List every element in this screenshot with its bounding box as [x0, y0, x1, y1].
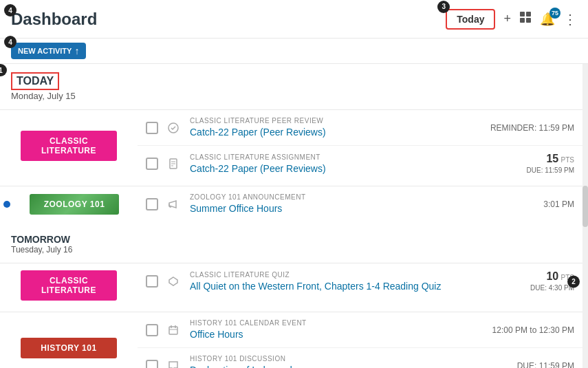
item-title-link[interactable]: Catch-22 Paper (Peer Reviews): [190, 127, 326, 138]
annotation-1: 1: [0, 64, 7, 76]
notification-badge: 75: [549, 8, 560, 19]
table-row: HISTORY 101 CALENDAR EVENT Office Hours …: [138, 312, 582, 348]
table-row: CLASSIC LITERATURE QUIZ All Quiet on the…: [138, 263, 582, 299]
unread-dot: [3, 201, 10, 208]
item-title-link[interactable]: Office Hours: [190, 329, 243, 340]
item-content: CLASSIC LITERATURE PEER REVIEW Catch-22 …: [190, 117, 478, 138]
new-activity-button[interactable]: 4 NEW ACTIVITY ↑: [11, 43, 86, 59]
course-label-col: HISTORY 101: [0, 312, 138, 368]
item-checkbox[interactable]: [146, 275, 158, 288]
annotation-4: 4: [4, 4, 17, 17]
classic-lit-items-tomorrow: CLASSIC LITERATURE QUIZ All Quiet on the…: [138, 263, 582, 307]
classic-literature-label-2: CLASSIC LITERATURE: [21, 270, 117, 301]
item-checkbox[interactable]: [146, 122, 158, 134]
item-content: HISTORY 101 DISCUSSION Declaration of In…: [190, 355, 478, 368]
scrollbar-thumb[interactable]: [582, 186, 588, 227]
annotation-4b: 4: [4, 36, 17, 48]
tomorrow-date: Tuesday, July 16: [11, 245, 571, 255]
tomorrow-section: TOMORROW Tuesday, July 16: [0, 224, 582, 259]
blue-dot-col: [0, 186, 11, 221]
item-content: HISTORY 101 CALENDAR EVENT Office Hours: [190, 319, 478, 340]
tomorrow-label: TOMORROW: [11, 234, 571, 245]
annotation-2: 2: [567, 275, 580, 288]
item-category: HISTORY 101 DISCUSSION: [190, 355, 478, 362]
table-row: CLASSIC LITERATURE PEER REVIEW Catch-22 …: [138, 110, 582, 146]
item-meta: 12:00 PM to 12:30 PM: [478, 325, 574, 335]
quiz-icon: [165, 273, 182, 290]
item-meta: 10 PTS DUE: 4:30 PM: [478, 270, 574, 292]
item-title-link[interactable]: All Quiet on the Western Front, Chapters…: [190, 281, 441, 292]
notifications-icon[interactable]: 🔔 75: [540, 12, 555, 27]
item-content: CLASSIC LITERATURE ASSIGNMENT Catch-22 P…: [190, 153, 478, 175]
zoology-item-row: ZOOLOGY 101 ANNOUNCEMENT Summer Office H…: [138, 186, 582, 221]
svg-marker-9: [169, 277, 177, 285]
today-label: TODAY: [17, 75, 54, 87]
course-label-col: CLASSIC LITERATURE: [0, 263, 138, 307]
item-checkbox[interactable]: [146, 324, 158, 336]
scrollbar-track[interactable]: [582, 64, 588, 368]
due-label: DUE: 11:59 PM: [527, 166, 574, 174]
add-icon[interactable]: +: [503, 12, 511, 26]
item-content: CLASSIC LITERATURE QUIZ All Quiet on the…: [190, 271, 478, 292]
annotation-2-arrow: 2 →: [567, 274, 582, 290]
history-101-label: HISTORY 101: [21, 338, 117, 358]
svg-rect-10: [169, 327, 177, 334]
item-checkbox[interactable]: [146, 198, 158, 210]
item-meta: 3:01 PM: [478, 199, 574, 209]
course-label-col: CLASSIC LITERATURE: [0, 110, 138, 182]
item-category: CLASSIC LITERATURE QUIZ: [190, 271, 478, 279]
classic-lit-items: CLASSIC LITERATURE PEER REVIEW Catch-22 …: [138, 110, 582, 182]
annotation-3: 3: [437, 1, 450, 13]
item-category: CLASSIC LITERATURE PEER REVIEW: [190, 117, 478, 125]
dashboard-title: Dashboard: [11, 10, 446, 29]
assignment-icon: [165, 155, 182, 172]
item-meta: REMINDER: 11:59 PM: [478, 123, 574, 133]
classic-literature-label: CLASSIC LITERATURE: [21, 131, 117, 161]
today-date: Monday, July 15: [11, 91, 571, 101]
item-meta: 15 PTS DUE: 11:59 PM: [478, 153, 574, 175]
discussion-icon: [165, 358, 182, 369]
history-101-items: HISTORY 101 CALENDAR EVENT Office Hours …: [138, 312, 582, 368]
pts-value: 10: [546, 270, 558, 282]
today-button[interactable]: 3 Today: [446, 9, 495, 30]
zoology-group: ZOOLOGY 101 ZOOLOGY 101 ANNOUNCEMENT Sum…: [0, 186, 582, 221]
item-title-link[interactable]: Catch-22 Paper (Peer Reviews): [190, 163, 326, 174]
svg-rect-2: [520, 18, 525, 23]
course-group-history-101: HISTORY 101 HISTORY 101 CALENDAR EVENT O…: [0, 312, 582, 368]
calendar-icon: [165, 322, 182, 338]
item-title-link[interactable]: Declaration of Independence: [190, 365, 313, 368]
item-title-link[interactable]: Summer Office Hours: [190, 203, 282, 214]
svg-rect-1: [526, 12, 531, 17]
item-checkbox[interactable]: [146, 360, 158, 369]
course-group-classic-lit-today: CLASSIC LITERATURE CLASSIC LITERATURE PE…: [0, 109, 582, 182]
peer-review-icon: [165, 120, 182, 136]
zoology-label: ZOOLOGY 101: [30, 194, 119, 215]
grid-icon[interactable]: [519, 11, 532, 27]
item-content: ZOOLOGY 101 ANNOUNCEMENT Summer Office H…: [190, 193, 478, 215]
course-group-classic-lit-tomorrow: CLASSIC LITERATURE CLASSIC LITERATURE QU…: [0, 263, 582, 307]
announcement-icon: [165, 196, 182, 213]
item-category: HISTORY 101 CALENDAR EVENT: [190, 319, 478, 327]
more-options-icon[interactable]: ⋮: [563, 11, 577, 28]
table-row: CLASSIC LITERATURE ASSIGNMENT Catch-22 P…: [138, 146, 582, 182]
item-meta: DUE: 11:59 PM: [478, 361, 574, 369]
svg-rect-0: [520, 12, 525, 17]
table-row: HISTORY 101 DISCUSSION Declaration of In…: [138, 348, 582, 368]
item-category: ZOOLOGY 101 ANNOUNCEMENT: [190, 193, 478, 201]
pts-value: 15: [546, 153, 558, 164]
item-checkbox[interactable]: [146, 158, 158, 170]
item-category: CLASSIC LITERATURE ASSIGNMENT: [190, 153, 478, 161]
zoology-label-col: ZOOLOGY 101: [11, 186, 138, 221]
pts-label: PTS: [561, 156, 574, 164]
svg-rect-3: [526, 18, 531, 23]
